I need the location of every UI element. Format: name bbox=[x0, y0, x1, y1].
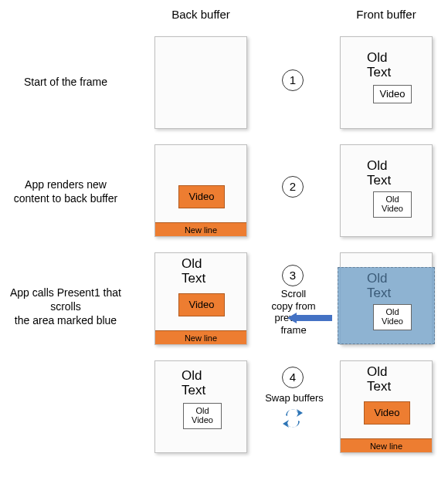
video-text: Video bbox=[188, 299, 214, 310]
video-box-orange: Video bbox=[364, 401, 410, 425]
back-buffer-step4: Old Text Old Video bbox=[154, 360, 247, 453]
swap-note: Swap buffers bbox=[260, 392, 329, 404]
back-buffer-step3: Old Text Video New line bbox=[154, 252, 247, 345]
header-front-buffer: Front buffer bbox=[340, 8, 433, 21]
old-video-box: Old Video bbox=[373, 304, 412, 330]
header-back-buffer: Back buffer bbox=[154, 8, 247, 21]
swap-icon bbox=[281, 408, 304, 435]
video-box-orange: Video bbox=[178, 293, 225, 316]
old-video-text: Old Video bbox=[192, 406, 213, 425]
step-circle-4: 4 bbox=[282, 367, 304, 388]
note-text: Swap buffers bbox=[265, 392, 324, 404]
step-num: 3 bbox=[290, 269, 296, 282]
old-text-label: Old Text bbox=[367, 51, 391, 80]
back-buffer-step1 bbox=[154, 36, 247, 129]
step-num: 2 bbox=[290, 180, 296, 193]
front-buffer-step1: Old Text Video bbox=[340, 36, 433, 129]
video-text: Video bbox=[374, 407, 399, 418]
step-num: 4 bbox=[290, 370, 296, 384]
video-box: Video bbox=[373, 85, 412, 103]
front-buffer-step3: Old Text Old Video bbox=[340, 252, 433, 345]
label-text: App calls Present1 that scrolls the area… bbox=[10, 286, 121, 326]
row-label-render: App renders new content to back buffer bbox=[0, 178, 131, 205]
step-circle-3: 3 bbox=[282, 265, 304, 286]
video-text: Video bbox=[379, 88, 405, 100]
old-video-box: Old Video bbox=[183, 403, 222, 429]
new-line-strip: New line bbox=[155, 330, 246, 344]
old-video-text: Old Video bbox=[382, 307, 403, 326]
note-text: Scroll copy from previous frame bbox=[271, 288, 315, 336]
front-buffer-step4: Old Text Video New line bbox=[340, 360, 433, 453]
new-line-strip: New line bbox=[341, 438, 432, 452]
row-label-start: Start of the frame bbox=[0, 75, 131, 89]
scroll-arrow-icon bbox=[287, 313, 331, 323]
header-text: Back buffer bbox=[171, 8, 230, 21]
label-text: Start of the frame bbox=[24, 76, 107, 88]
old-video-text: Old Video bbox=[382, 195, 403, 213]
video-box-orange: Video bbox=[178, 185, 225, 208]
front-buffer-step2: Old Text Old Video bbox=[340, 144, 433, 237]
old-text-label: Old Text bbox=[367, 159, 391, 188]
new-line-text: New line bbox=[185, 225, 217, 235]
old-video-box: Old Video bbox=[373, 191, 412, 218]
step-circle-2: 2 bbox=[282, 176, 304, 198]
old-text-label: Old Text bbox=[367, 365, 391, 394]
old-text-label: Old Text bbox=[182, 257, 205, 286]
label-text: App renders new content to back buffer bbox=[14, 178, 117, 205]
back-buffer-step2: Video New line bbox=[154, 144, 247, 237]
old-text-label-dim: Old Text bbox=[367, 272, 391, 300]
old-text-label: Old Text bbox=[182, 369, 205, 398]
step-circle-1: 1 bbox=[282, 69, 304, 91]
new-line-text: New line bbox=[370, 441, 402, 451]
video-text: Video bbox=[188, 191, 214, 202]
new-line-text: New line bbox=[185, 333, 217, 343]
arrow-shaft bbox=[295, 315, 332, 321]
new-line-strip: New line bbox=[155, 222, 246, 236]
header-text: Front buffer bbox=[356, 8, 416, 21]
step-num: 1 bbox=[290, 73, 296, 86]
row-label-present: App calls Present1 that scrolls the area… bbox=[0, 286, 131, 328]
